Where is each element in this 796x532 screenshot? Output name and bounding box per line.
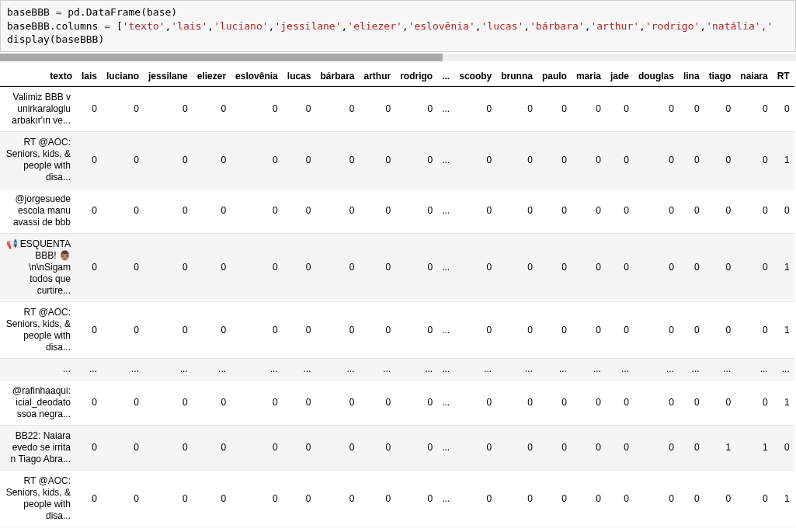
cell: 0 xyxy=(735,301,772,358)
cell: 0 xyxy=(773,188,794,233)
cell: 0 xyxy=(704,470,736,527)
cell: 0 xyxy=(395,188,437,233)
cell: 0 xyxy=(606,131,634,188)
cell: 0 xyxy=(193,188,231,233)
column-header: ... xyxy=(437,66,454,87)
cell: ... xyxy=(395,358,437,380)
row-index: RT @AOC: Seniors, kids, & people with di… xyxy=(0,131,77,188)
cell: 0 xyxy=(572,233,606,301)
cell: 1 xyxy=(773,233,794,301)
cell: 0 xyxy=(634,425,679,470)
cell: 0 xyxy=(773,86,794,131)
cell: ... xyxy=(102,358,144,380)
column-header: arthur xyxy=(360,66,396,87)
cell: 0 xyxy=(360,86,396,131)
cell: 0 xyxy=(634,380,679,425)
cell: 0 xyxy=(679,131,704,188)
cell: ... xyxy=(679,358,704,380)
cell: 0 xyxy=(454,425,496,470)
cell: ... xyxy=(437,380,454,425)
scrollbar-thumb[interactable] xyxy=(0,54,443,61)
cell: 0 xyxy=(193,425,231,470)
cell: 0 xyxy=(634,86,679,131)
column-header: rodrigo xyxy=(395,66,437,87)
cell: 0 xyxy=(144,233,193,301)
cell: 0 xyxy=(634,233,679,301)
cell: 0 xyxy=(102,470,144,527)
cell: 0 xyxy=(360,301,396,358)
cell: 0 xyxy=(231,86,283,131)
cell: ... xyxy=(437,233,454,301)
cell: 0 xyxy=(537,301,572,358)
cell: 0 xyxy=(360,425,396,470)
row-index: BB22: Naiara evedo se irrita n Tiago Abr… xyxy=(0,425,77,470)
cell: 0 xyxy=(395,301,437,358)
cell: 0 xyxy=(315,301,359,358)
column-header: lucas xyxy=(283,66,316,87)
code-cell[interactable]: baseBBB = pd.DataFrame(base) baseBBB.col… xyxy=(0,0,796,52)
cell: 0 xyxy=(395,380,437,425)
cell: ... xyxy=(315,358,359,380)
column-header: luciano xyxy=(102,66,144,87)
row-index: @jorgesuede escola manu avassi de bbb xyxy=(0,188,77,233)
table-row: @jorgesuede escola manu avassi de bbb000… xyxy=(0,188,794,233)
table-row: 📢 ESQUENTA BBB! 👨🏽\n\nSigam todos que cu… xyxy=(0,233,794,301)
cell: 0 xyxy=(144,470,193,527)
cell: 0 xyxy=(572,131,606,188)
horizontal-scrollbar[interactable] xyxy=(0,54,796,61)
cell: 0 xyxy=(634,188,679,233)
cell: 0 xyxy=(572,425,606,470)
cell: 0 xyxy=(77,131,102,188)
cell: ... xyxy=(231,358,283,380)
cell: ... xyxy=(572,358,606,380)
cell: 0 xyxy=(144,131,193,188)
cell: 0 xyxy=(283,86,316,131)
cell: 1 xyxy=(773,131,794,188)
dataframe-table: textolaislucianojessilaneeliezereslovêni… xyxy=(0,66,794,527)
cell: 0 xyxy=(634,131,679,188)
cell: 0 xyxy=(144,86,193,131)
cell: 0 xyxy=(77,188,102,233)
row-index: 📢 ESQUENTA BBB! 👨🏽\n\nSigam todos que cu… xyxy=(0,233,77,301)
cell: 0 xyxy=(395,86,437,131)
cell: 0 xyxy=(537,188,572,233)
cell: ... xyxy=(773,358,794,380)
cell: 0 xyxy=(193,380,231,425)
cell: 0 xyxy=(496,425,537,470)
cell: 0 xyxy=(704,188,736,233)
column-header: tiago xyxy=(704,66,736,87)
cell: 0 xyxy=(679,233,704,301)
dataframe-output: textolaislucianojessilaneeliezereslovêni… xyxy=(0,66,796,527)
table-row: @rafinhaaqui: icial_deodato ssoa negra..… xyxy=(0,380,794,425)
cell: 0 xyxy=(77,425,102,470)
cell: 0 xyxy=(704,301,736,358)
cell: 0 xyxy=(144,425,193,470)
cell: 0 xyxy=(496,380,537,425)
cell: ... xyxy=(537,358,572,380)
cell: ... xyxy=(704,358,736,380)
cell: 0 xyxy=(193,301,231,358)
cell: 0 xyxy=(572,470,606,527)
cell: 0 xyxy=(572,380,606,425)
cell: 0 xyxy=(606,86,634,131)
cell: 0 xyxy=(102,131,144,188)
cell: ... xyxy=(735,358,772,380)
table-row: RT @AOC: Seniors, kids, & people with di… xyxy=(0,131,794,188)
row-index: RT @AOC: Seniors, kids, & people with di… xyxy=(0,470,77,527)
column-header: naiara xyxy=(735,66,772,87)
cell: ... xyxy=(360,358,396,380)
cell: 0 xyxy=(537,380,572,425)
cell: 0 xyxy=(283,380,316,425)
cell: 1 xyxy=(704,425,736,470)
table-row: RT @AOC: Seniors, kids, & people with di… xyxy=(0,301,794,358)
cell: 0 xyxy=(735,470,772,527)
column-header: jessilane xyxy=(144,66,193,87)
cell: 0 xyxy=(102,188,144,233)
cell: 0 xyxy=(735,188,772,233)
cell: ... xyxy=(454,358,496,380)
cell: 0 xyxy=(193,131,231,188)
cell: 0 xyxy=(537,425,572,470)
column-header: RT xyxy=(773,66,794,87)
cell: ... xyxy=(437,358,454,380)
row-index: ... xyxy=(0,358,77,380)
